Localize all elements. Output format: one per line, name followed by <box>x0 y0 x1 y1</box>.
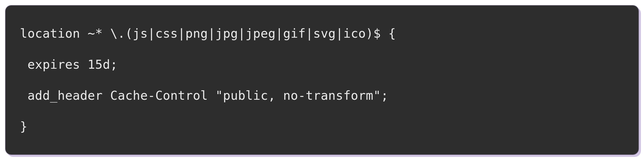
code-line-2: expires 15d; <box>20 55 624 74</box>
code-line-1: location ~* \.(js|css|png|jpg|jpeg|gif|s… <box>20 24 624 43</box>
code-block: location ~* \.(js|css|png|jpg|jpeg|gif|s… <box>5 5 639 155</box>
code-line-3: add_header Cache-Control "public, no-tra… <box>20 86 624 105</box>
code-line-4: } <box>20 117 624 136</box>
